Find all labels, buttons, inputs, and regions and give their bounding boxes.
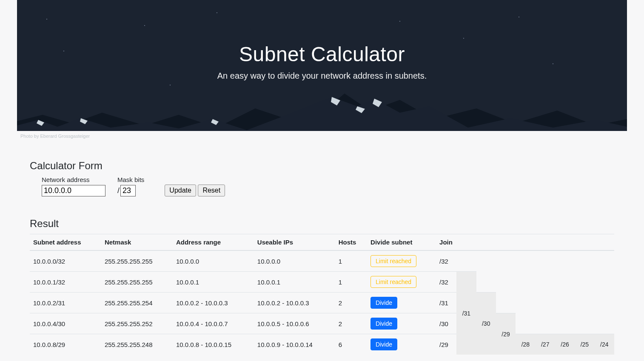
join-level-cell[interactable]: /29 — [496, 313, 516, 355]
cell-useable: 10.0.0.0 — [254, 250, 335, 272]
cell-netmask: 255.255.255.254 — [101, 293, 173, 313]
col-hosts: Hosts — [335, 234, 367, 251]
result-heading: Result — [30, 218, 614, 230]
cell-divide: Limit reached — [367, 250, 436, 272]
col-useable: Useable IPs — [254, 234, 335, 251]
cell-hosts: 1 — [335, 272, 367, 293]
svg-point-4 — [170, 85, 171, 85]
col-range: Address range — [173, 234, 254, 251]
cell-subnet: 10.0.0.8/29 — [30, 334, 101, 355]
cell-join-own[interactable]: /31 — [436, 293, 456, 313]
cell-range: 10.0.0.8 - 10.0.0.15 — [173, 334, 254, 355]
divide-button[interactable]: Divide — [370, 297, 397, 309]
cell-join-own[interactable]: /30 — [436, 313, 456, 334]
cell-useable: 10.0.0.1 — [254, 272, 335, 293]
hero-banner: Subnet Calculator An easy way to divide … — [17, 0, 627, 131]
table-header-row: Subnet address Netmask Address range Use… — [30, 234, 614, 251]
cell-divide: Divide — [367, 293, 436, 313]
cell-hosts: 2 — [335, 293, 367, 313]
network-address-label: Network address — [42, 176, 105, 183]
divide-button[interactable]: Divide — [370, 318, 397, 330]
col-join: Join — [436, 234, 614, 251]
join-level-cell[interactable]: /30 — [476, 293, 496, 355]
mask-bits-label: Mask bits — [117, 176, 144, 183]
limit-reached-button: Limit reached — [370, 276, 416, 288]
col-subnet: Subnet address — [30, 234, 101, 251]
cell-range: 10.0.0.4 - 10.0.0.7 — [173, 313, 254, 334]
update-button[interactable]: Update — [165, 185, 196, 196]
cell-range: 10.0.0.0 — [173, 250, 254, 272]
cell-range: 10.0.0.1 — [173, 272, 254, 293]
table-row: 10.0.0.0/32255.255.255.25510.0.0.010.0.0… — [30, 250, 614, 272]
limit-reached-button: Limit reached — [370, 255, 416, 267]
cell-subnet: 10.0.0.0/32 — [30, 250, 101, 272]
reset-button[interactable]: Reset — [198, 185, 225, 196]
table-row: 10.0.0.2/31255.255.255.25410.0.0.2 - 10.… — [30, 293, 614, 313]
cell-subnet: 10.0.0.4/30 — [30, 313, 101, 334]
cell-netmask: 255.255.255.255 — [101, 250, 173, 272]
divide-button[interactable]: Divide — [370, 338, 397, 350]
table-row: 10.0.0.8/29255.255.255.24810.0.0.8 - 10.… — [30, 334, 614, 355]
cell-hosts: 2 — [335, 313, 367, 334]
cell-useable: 10.0.0.2 - 10.0.0.3 — [254, 293, 335, 313]
cell-range: 10.0.0.2 - 10.0.0.3 — [173, 293, 254, 313]
network-address-input[interactable] — [42, 185, 105, 196]
join-level-cell[interactable]: /25 — [575, 334, 594, 355]
cell-join-own[interactable]: /29 — [436, 334, 456, 355]
join-level-cell[interactable]: /27 — [536, 334, 555, 355]
join-level-cell[interactable]: /31 — [456, 272, 476, 355]
cell-hosts: 6 — [335, 334, 367, 355]
table-row: 10.0.0.1/32255.255.255.25510.0.0.110.0.0… — [30, 272, 614, 293]
photo-credit: Photo by Eberard Grossgasteiger — [20, 134, 627, 139]
cell-join-own[interactable]: /32 — [436, 272, 456, 293]
col-divide: Divide subnet — [367, 234, 436, 251]
cell-hosts: 1 — [335, 250, 367, 272]
join-level-cell[interactable]: /24 — [595, 334, 614, 355]
page-subtitle: An easy way to divide your network addre… — [17, 71, 627, 81]
page-title: Subnet Calculator — [17, 43, 627, 66]
join-level-cell[interactable]: /26 — [555, 334, 575, 355]
cell-join-own[interactable]: /32 — [436, 250, 456, 272]
calculator-form: Network address Mask bits / Update Reset — [30, 176, 614, 196]
cell-divide: Divide — [367, 313, 436, 334]
cell-subnet: 10.0.0.1/32 — [30, 272, 101, 293]
col-netmask: Netmask — [101, 234, 173, 251]
cell-divide: Divide — [367, 334, 436, 355]
cell-netmask: 255.255.255.252 — [101, 313, 173, 334]
cell-useable: 10.0.0.5 - 10.0.0.6 — [254, 313, 335, 334]
result-table: Subnet address Netmask Address range Use… — [30, 234, 614, 355]
slash-label: / — [117, 186, 120, 195]
cell-useable: 10.0.0.9 - 10.0.0.14 — [254, 334, 335, 355]
cell-subnet: 10.0.0.2/31 — [30, 293, 101, 313]
cell-netmask: 255.255.255.255 — [101, 272, 173, 293]
join-level-cell[interactable]: /28 — [516, 334, 535, 355]
table-row: 10.0.0.4/30255.255.255.25210.0.0.4 - 10.… — [30, 313, 614, 334]
mask-bits-input[interactable] — [120, 185, 136, 196]
form-heading: Calculator Form — [30, 160, 614, 172]
cell-netmask: 255.255.255.248 — [101, 334, 173, 355]
cell-divide: Limit reached — [367, 272, 436, 293]
